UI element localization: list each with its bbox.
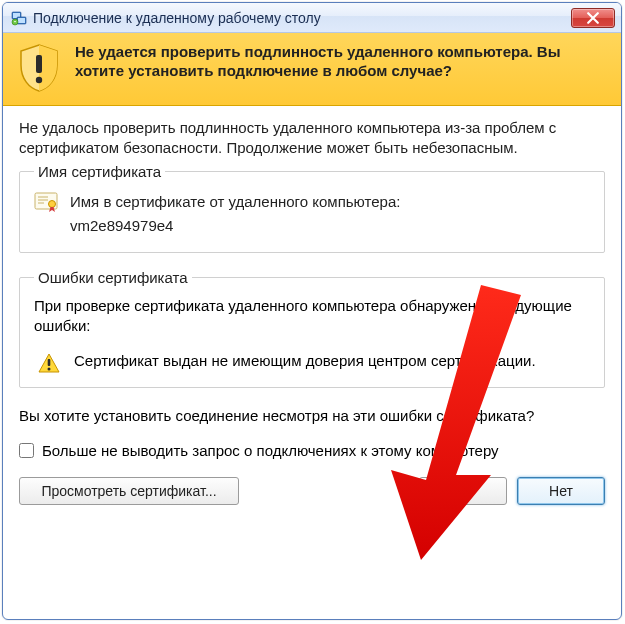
- dont-ask-again-label: Больше не выводить запрос о подключениях…: [42, 442, 499, 459]
- warning-banner: Не удается проверить подлинность удаленн…: [3, 33, 621, 106]
- certificate-label: Имя в сертификате от удаленного компьюте…: [70, 190, 400, 214]
- close-button[interactable]: [571, 8, 615, 28]
- certificate-name-legend: Имя сертификата: [34, 163, 165, 180]
- svg-rect-3: [18, 18, 25, 23]
- yes-button[interactable]: Да: [419, 477, 507, 505]
- shield-warning-icon: [17, 43, 61, 93]
- banner-text: Не удается проверить подлинность удаленн…: [75, 43, 607, 93]
- dont-ask-again-checkbox[interactable]: [19, 443, 34, 458]
- svg-point-11: [49, 201, 56, 208]
- confirm-question: Вы хотите установить соединение несмотря…: [19, 406, 605, 426]
- certificate-errors-legend: Ошибки сертификата: [34, 269, 192, 286]
- certificate-text: Имя в сертификате от удаленного компьюте…: [70, 190, 400, 238]
- rdp-app-icon: [11, 10, 27, 26]
- button-row: Просмотреть сертификат... Да Нет: [19, 477, 605, 505]
- no-button[interactable]: Нет: [517, 477, 605, 505]
- dialog-body: Не удалось проверить подлинность удаленн…: [3, 106, 621, 619]
- certificate-value: vm2e894979e4: [70, 214, 400, 238]
- view-certificate-button[interactable]: Просмотреть сертификат...: [19, 477, 239, 505]
- warning-triangle-icon: [38, 353, 60, 373]
- certificate-icon: [34, 192, 58, 212]
- svg-point-13: [48, 367, 51, 370]
- dialog-window: Подключение к удаленному рабочему столу …: [2, 2, 622, 620]
- svg-point-6: [36, 77, 42, 83]
- errors-intro: При проверке сертификата удаленного комп…: [34, 296, 590, 337]
- window-title: Подключение к удаленному рабочему столу: [33, 10, 571, 26]
- certificate-errors-group: Ошибки сертификата При проверке сертифик…: [19, 269, 605, 388]
- error-item: Сертификат выдан не имеющим доверия цент…: [74, 351, 536, 371]
- svg-rect-5: [36, 55, 42, 73]
- dont-ask-again-row[interactable]: Больше не выводить запрос о подключениях…: [19, 442, 605, 459]
- certificate-name-group: Имя сертификата Имя в сертификате от уда…: [19, 163, 605, 253]
- titlebar: Подключение к удаленному рабочему столу: [3, 3, 621, 33]
- intro-text: Не удалось проверить подлинность удаленн…: [19, 118, 605, 157]
- svg-point-4: [12, 19, 18, 25]
- svg-rect-12: [48, 359, 51, 366]
